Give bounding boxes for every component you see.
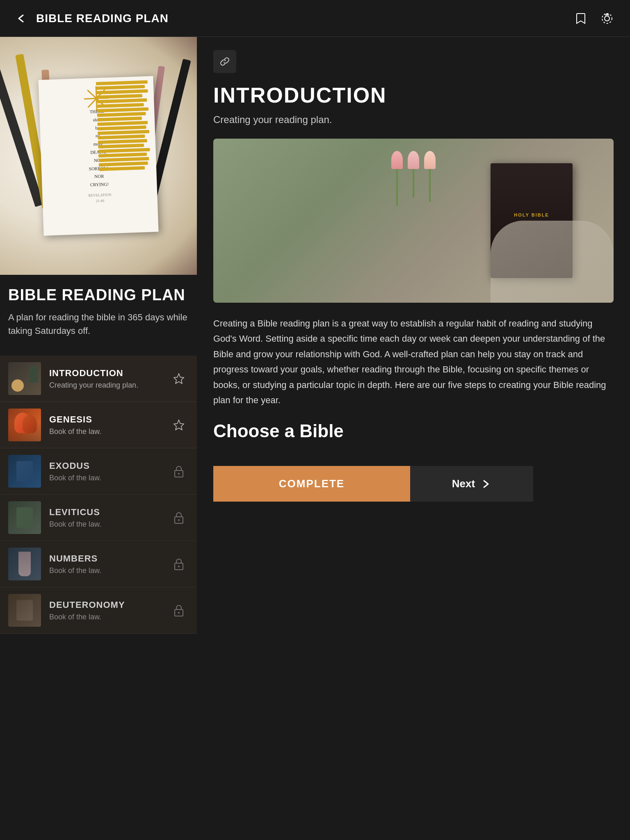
svg-point-5: [178, 519, 180, 521]
reading-subtitle-deuteronomy: Book of the law.: [49, 613, 169, 621]
reading-subtitle-genesis: Book of the law.: [49, 427, 169, 436]
bible-label-text: HOLY BIBLE: [491, 163, 573, 217]
main-layout: THEREshallbenomoreDEATH,NORSORROW,NORCRY…: [0, 37, 630, 840]
reading-subtitle-numbers: Book of the law.: [49, 566, 169, 575]
content-link-button[interactable]: [213, 50, 236, 73]
reading-subtitle-leviticus: Book of the law.: [49, 520, 169, 529]
content-image-inner: HOLY BIBLE: [213, 139, 614, 303]
reading-thumb-genesis: [8, 409, 41, 441]
header-actions: [571, 9, 617, 28]
reading-info-leviticus: LEVITICUS Book of the law.: [49, 507, 169, 529]
bookmark-button[interactable]: [571, 9, 591, 28]
header-left: BIBLE READING PLAN: [13, 10, 169, 27]
header: BIBLE READING PLAN: [0, 0, 630, 37]
reading-book-leviticus: LEVITICUS: [49, 507, 169, 518]
reading-book-deuteronomy: DEUTERONOMY: [49, 600, 169, 610]
right-column: INTRODUCTION Creating your reading plan.: [197, 37, 630, 840]
reading-subtitle-introduction: Creating your reading plan.: [49, 381, 169, 390]
left-column: THEREshallbenomoreDEATH,NORSORROW,NORCRY…: [0, 37, 197, 840]
deuteronomy-lock-icon: [169, 600, 189, 620]
header-title: BIBLE READING PLAN: [36, 12, 169, 25]
complete-button[interactable]: COMPLETE: [213, 466, 410, 502]
reading-thumb-numbers: [8, 548, 41, 580]
reading-book-exodus: EXODUS: [49, 461, 169, 471]
reading-book-numbers: NUMBERS: [49, 553, 169, 564]
bible-journal-art: THEREshallbenomoreDEATH,NORSORROW,NORCRY…: [38, 76, 158, 236]
genesis-star-button[interactable]: [169, 415, 189, 435]
reading-item-deuteronomy[interactable]: DEUTERONOMY Book of the law.: [0, 587, 197, 634]
introduction-star-button[interactable]: [169, 369, 189, 388]
ruled-lines: [96, 76, 158, 234]
content-subtitle: Creating your reading plan.: [213, 114, 614, 126]
reading-info-genesis: GENESIS Book of the law.: [49, 414, 169, 436]
reading-book-introduction: INTRODUCTION: [49, 368, 169, 379]
reading-item-introduction[interactable]: INTRODUCTION Creating your reading plan.: [0, 356, 197, 402]
share-button[interactable]: [597, 9, 617, 28]
reading-item-numbers[interactable]: NUMBERS Book of the law.: [0, 541, 197, 587]
reading-info-introduction: INTRODUCTION Creating your reading plan.: [49, 368, 169, 390]
section-heading: Choose a Bible: [213, 421, 614, 441]
svg-point-3: [178, 473, 180, 475]
reading-thumb-introduction: [8, 362, 41, 395]
back-button[interactable]: [13, 10, 30, 27]
reading-thumb-deuteronomy: [8, 594, 41, 627]
body-text: Creating a Bible reading plan is a great…: [213, 316, 614, 408]
reading-list: INTRODUCTION Creating your reading plan.: [0, 356, 197, 840]
hero-image: THEREshallbenomoreDEATH,NORSORROW,NORCRY…: [0, 37, 197, 275]
content-title: INTRODUCTION: [213, 83, 614, 107]
next-chevron-icon: [480, 478, 491, 490]
leviticus-lock-icon: [169, 508, 189, 527]
next-button[interactable]: Next: [410, 466, 533, 502]
reading-item-exodus[interactable]: EXODUS Book of the law.: [0, 448, 197, 495]
reading-subtitle-exodus: Book of the law.: [49, 474, 169, 482]
numbers-lock-icon: [169, 554, 189, 574]
exodus-lock-icon: [169, 461, 189, 481]
tulips-decoration: [391, 151, 436, 206]
reading-book-genesis: GENESIS: [49, 414, 169, 425]
plan-info: BIBLE READING PLAN A plan for reading th…: [0, 275, 197, 356]
content-image: HOLY BIBLE: [213, 139, 614, 303]
hero-image-inner: THEREshallbenomoreDEATH,NORSORROW,NORCRY…: [0, 37, 197, 275]
svg-point-9: [178, 612, 180, 614]
reading-item-leviticus[interactable]: LEVITICUS Book of the law.: [0, 495, 197, 541]
sleeve-decoration: [491, 221, 614, 303]
reading-thumb-exodus: [8, 455, 41, 488]
reading-item-genesis[interactable]: GENESIS Book of the law.: [0, 402, 197, 448]
reading-info-numbers: NUMBERS Book of the law.: [49, 553, 169, 575]
plan-description: A plan for reading the bible in 365 days…: [8, 310, 189, 338]
reading-thumb-leviticus: [8, 501, 41, 534]
bottom-bar: COMPLETE Next: [213, 458, 614, 510]
svg-point-7: [178, 566, 180, 567]
svg-point-0: [605, 16, 609, 21]
reading-info-exodus: EXODUS Book of the law.: [49, 461, 169, 482]
reading-info-deuteronomy: DEUTERONOMY Book of the law.: [49, 600, 169, 621]
next-label: Next: [452, 477, 475, 490]
plan-title: BIBLE READING PLAN: [8, 286, 189, 304]
